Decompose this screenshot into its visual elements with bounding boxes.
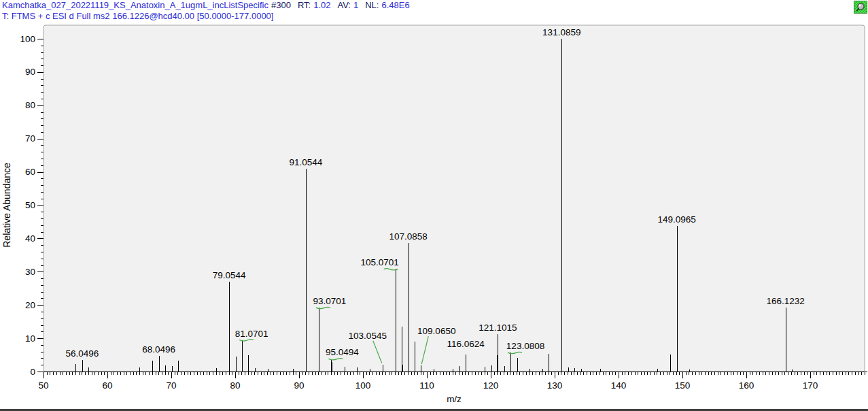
y-tick-label: 100	[20, 34, 35, 44]
plot-area[interactable]	[44, 25, 865, 372]
x-tick-label: 150	[675, 380, 691, 391]
peak-label: 56.0496	[65, 348, 99, 359]
peak-label: 116.0624	[447, 339, 485, 349]
x-tick-label: 160	[739, 380, 754, 391]
x-axis-title: m/z	[447, 394, 462, 404]
peak-label: 121.1015	[479, 323, 517, 333]
y-tick-label: 30	[25, 267, 35, 277]
x-tick-label: 80	[230, 380, 241, 391]
x-tick-label: 140	[611, 380, 627, 391]
peak-label: 95.0494	[326, 347, 359, 357]
y-tick-label: 90	[25, 67, 35, 77]
y-tick-label: 50	[25, 200, 35, 210]
y-tick-label: 60	[25, 167, 35, 177]
x-tick-label: 130	[547, 380, 563, 391]
peak-label: 109.0650	[417, 326, 455, 336]
peak-label: 91.0544	[290, 157, 323, 167]
y-tick-label: 10	[25, 333, 35, 344]
peak-label: 149.0965	[657, 214, 695, 225]
peak-label: 68.0496	[142, 344, 175, 355]
x-tick-label: 50	[38, 380, 48, 391]
spectrum-chart: 5060708090100110120130140150160170010203…	[0, 0, 868, 411]
peak-label: 103.0545	[349, 331, 387, 341]
peak-label: 81.0701	[235, 329, 268, 339]
x-tick-label: 90	[294, 380, 305, 391]
peak-label: 123.0808	[506, 341, 544, 351]
peak-label: 93.0701	[313, 296, 346, 306]
peak-label: 79.0544	[213, 270, 246, 280]
x-tick-label: 60	[102, 380, 112, 391]
x-tick-label: 100	[355, 380, 371, 391]
y-tick-label: 70	[25, 133, 35, 144]
peak-label: 166.1232	[766, 296, 804, 306]
y-tick-label: 40	[25, 233, 35, 244]
y-axis-title: Relative Abundance	[1, 163, 12, 248]
x-tick-label: 170	[803, 380, 818, 391]
peak-label: 131.0859	[542, 27, 580, 37]
y-tick-label: 80	[25, 100, 35, 110]
y-tick-label: 0	[30, 367, 35, 377]
x-tick-label: 70	[166, 380, 176, 391]
x-tick-label: 110	[419, 380, 434, 391]
peak-label: 107.0858	[389, 231, 427, 242]
y-tick-label: 20	[25, 300, 35, 310]
x-tick-label: 120	[483, 380, 499, 391]
peak-label: 105.0701	[361, 257, 399, 267]
